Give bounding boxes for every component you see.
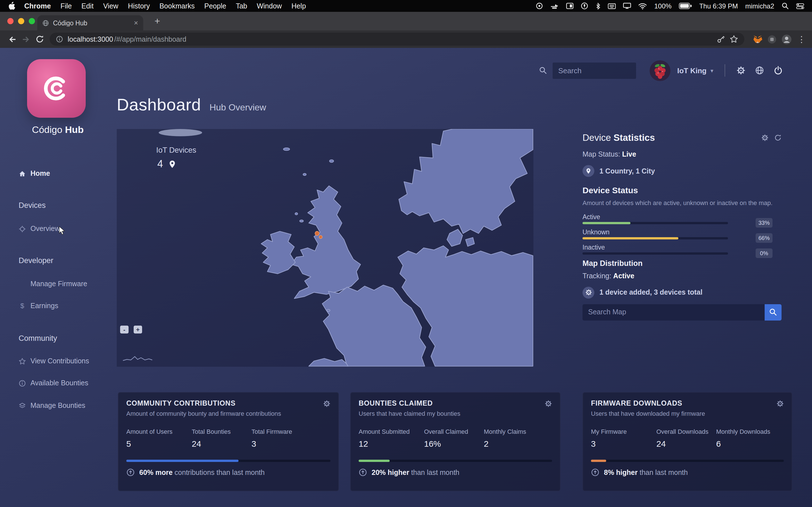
wifi-icon[interactable] <box>638 3 647 9</box>
reload-button[interactable] <box>33 33 46 46</box>
location-row: 1 Country, 1 City <box>582 165 781 177</box>
menu-view[interactable]: View <box>103 2 118 10</box>
page-header: Dashboard Hub Overview <box>117 95 266 114</box>
metamask-extension-icon[interactable] <box>753 35 762 44</box>
spotlight-icon[interactable] <box>781 2 789 10</box>
browser-menu-icon[interactable]: ⋮ <box>797 34 806 44</box>
menu-history[interactable]: History <box>128 2 150 10</box>
site-info-icon[interactable] <box>56 36 63 43</box>
logout-power-icon[interactable] <box>774 66 783 75</box>
zoom-in-button[interactable]: + <box>134 326 142 334</box>
status-bar-unknown: Unknown 66% <box>582 229 781 239</box>
status-badge: 66% <box>756 233 772 243</box>
bookmark-star-icon[interactable] <box>730 35 738 43</box>
stat-my-firmware: My Firmware3 <box>591 428 656 448</box>
browser-toolbar: localhost:3000 /#/app/main/dashboard ⋮ <box>0 31 812 48</box>
battery-icon[interactable] <box>679 3 692 9</box>
bluetooth-icon[interactable] <box>596 2 601 10</box>
back-button[interactable] <box>6 33 19 46</box>
settings-gear-icon[interactable] <box>737 66 746 75</box>
sidebar-section-devices: Devices <box>18 201 46 210</box>
keyboard-icon[interactable] <box>608 3 616 9</box>
stat-overall-downloads: Overall Downloads24 <box>656 428 716 448</box>
chevron-down-icon[interactable]: ▾ <box>711 67 713 73</box>
window-manager-icon[interactable] <box>566 3 573 9</box>
status-dial-icon[interactable] <box>536 2 543 10</box>
trend-up-icon <box>359 468 367 476</box>
card-firmware-downloads: FIRMWARE DOWNLOADS Users that have downl… <box>582 392 792 491</box>
menu-help[interactable]: Help <box>292 2 306 10</box>
window-minimize-button[interactable] <box>18 18 24 24</box>
map-search-input[interactable] <box>582 304 765 321</box>
stat-amount-submitted: Amount Submitted12 <box>359 428 424 448</box>
map-devices-count: 4 <box>157 158 176 170</box>
menu-tab[interactable]: Tab <box>236 2 247 10</box>
topbar-divider <box>725 64 725 76</box>
sidebar-item-available-bounties[interactable]: Available Bounties <box>18 379 88 387</box>
map-search-button[interactable] <box>765 304 781 321</box>
app-logo[interactable] <box>27 59 86 118</box>
window-zoom-button[interactable] <box>29 18 35 24</box>
language-globe-icon[interactable] <box>755 66 764 75</box>
username-label[interactable]: IoT King <box>677 66 707 75</box>
browser-profile-icon[interactable] <box>781 34 792 44</box>
devices-note-row: 1 device added, 3 devices total <box>582 287 781 298</box>
gear-badge-icon <box>585 289 592 296</box>
display-icon[interactable] <box>623 3 631 9</box>
forward-button[interactable] <box>19 33 33 46</box>
menu-bookmarks[interactable]: Bookmarks <box>159 2 195 10</box>
sidebar-item-manage-firmware[interactable]: Manage Firmware <box>18 280 87 288</box>
sidebar-item-manage-bounties[interactable]: Manage Bounties <box>18 402 86 409</box>
new-tab-button[interactable]: + <box>150 15 165 28</box>
password-key-icon[interactable] <box>717 35 725 43</box>
extension-icon[interactable] <box>767 35 776 44</box>
trend-up-icon <box>591 468 599 476</box>
stat-monthly-claims: Monthly Claims2 <box>484 428 552 448</box>
status-bar-active: Active 33% <box>582 214 781 224</box>
docker-icon[interactable] <box>550 3 559 9</box>
menu-edit[interactable]: Edit <box>82 2 94 10</box>
apple-menu-icon[interactable] <box>8 2 15 10</box>
sidebar-item-earnings[interactable]: $ Earnings <box>18 302 58 310</box>
stats-gear-icon[interactable] <box>761 134 769 142</box>
card-gear-icon[interactable] <box>323 400 331 407</box>
tab-close-icon[interactable]: × <box>134 18 138 27</box>
search-icon <box>539 66 547 74</box>
layers-icon <box>18 402 26 409</box>
tracking-row: Tracking: Active <box>582 272 781 280</box>
stat-overall-claimed: Overall Claimed16% <box>424 428 484 448</box>
address-bar[interactable]: localhost:3000 /#/app/main/dashboard <box>50 33 744 46</box>
stat-monthly-downloads: Monthly Downloads6 <box>716 428 784 448</box>
user-avatar[interactable] <box>650 60 670 81</box>
device-status-title: Device Status <box>582 185 781 195</box>
control-center-icon[interactable] <box>796 3 804 9</box>
menu-file[interactable]: File <box>60 2 71 10</box>
battery-percent: 100% <box>654 2 671 10</box>
search-icon <box>769 308 777 316</box>
menubar-user[interactable]: mimicha2 <box>745 2 774 10</box>
stats-refresh-icon[interactable] <box>774 134 781 142</box>
sidebar-item-overview[interactable]: Overview <box>18 225 60 233</box>
card-gear-icon[interactable] <box>545 400 552 407</box>
menubar-clock[interactable]: Thu 6:39 PM <box>699 2 738 10</box>
menu-app-name[interactable]: Chrome <box>24 2 51 10</box>
home-icon <box>18 170 26 177</box>
browser-tab[interactable]: Código Hub × <box>37 15 143 31</box>
map-zoom-controls: - + <box>120 326 142 334</box>
menu-window[interactable]: Window <box>257 2 282 10</box>
sidebar-item-home[interactable]: Home <box>18 170 50 177</box>
stats-title: Device Statistics <box>582 132 655 143</box>
chip-icon <box>18 280 26 288</box>
macos-desktop: Chrome File Edit View History Bookmarks … <box>0 0 812 507</box>
device-map[interactable]: IoT Devices 4 - + <box>117 129 534 367</box>
tab-title: Código Hub <box>53 19 130 26</box>
password-manager-icon[interactable] <box>581 2 588 10</box>
menu-people[interactable]: People <box>204 2 226 10</box>
window-close-button[interactable] <box>7 18 13 24</box>
url-host: localhost:3000 <box>68 35 113 43</box>
global-search-input[interactable] <box>553 62 636 78</box>
status-badge: 33% <box>756 218 772 228</box>
sidebar-item-view-contributions[interactable]: View Contributions <box>18 357 89 365</box>
zoom-out-button[interactable]: - <box>120 326 129 334</box>
card-gear-icon[interactable] <box>776 400 784 407</box>
